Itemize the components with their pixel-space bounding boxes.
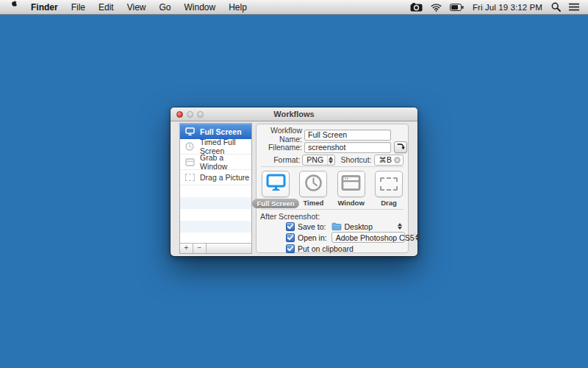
clock-icon bbox=[304, 174, 323, 195]
menu-finder-label: Finder bbox=[31, 2, 58, 13]
sidebar-item-full-screen[interactable]: Full Screen bbox=[180, 124, 251, 139]
sidebar-item-label: Full Screen bbox=[200, 127, 242, 136]
menu-finder[interactable]: Finder bbox=[24, 0, 65, 14]
format-popup[interactable]: PNG bbox=[302, 155, 334, 166]
workflows-window: Workflows Full Screen Timed Full Screen bbox=[171, 107, 417, 256]
mode-full-screen: Full Screen bbox=[259, 171, 292, 208]
clipboard-label: Put on clipboard bbox=[298, 244, 354, 253]
remove-workflow-button[interactable]: − bbox=[193, 244, 207, 253]
folder-icon bbox=[331, 222, 342, 230]
minimize-button[interactable] bbox=[187, 111, 193, 118]
window-icon bbox=[341, 174, 361, 194]
save-to-checkbox[interactable] bbox=[286, 222, 295, 231]
save-to-value[interactable]: Desktop bbox=[345, 222, 373, 231]
separator bbox=[261, 166, 404, 167]
zoom-button[interactable] bbox=[197, 111, 204, 118]
format-label: Format: bbox=[257, 155, 300, 164]
apple-icon bbox=[8, 1, 17, 13]
spotlight-icon[interactable] bbox=[550, 2, 562, 12]
menu-list-icon[interactable] bbox=[567, 3, 581, 11]
menu-edit-label: Edit bbox=[98, 2, 114, 13]
sidebar-item-label: Drag a Picture bbox=[200, 173, 249, 182]
camera-icon[interactable] bbox=[409, 3, 424, 12]
workflow-list: Full Screen Timed Full Screen Grab a Win… bbox=[179, 123, 252, 254]
sidebar-empty-rows bbox=[180, 185, 251, 243]
open-in-popup[interactable]: Adobe Photoshop CS5 bbox=[331, 232, 405, 243]
filename-label: Filename: bbox=[257, 143, 302, 152]
filename-token-button[interactable] bbox=[394, 141, 407, 153]
clock-icon bbox=[184, 142, 195, 151]
open-in-label: Open in: bbox=[298, 233, 327, 242]
window-icon bbox=[184, 158, 195, 166]
open-in-checkbox[interactable] bbox=[286, 233, 295, 242]
format-value: PNG bbox=[306, 155, 326, 164]
display-icon bbox=[184, 127, 195, 136]
wifi-icon[interactable] bbox=[429, 3, 443, 12]
menubar-clock[interactable]: Fri Jul 19 3:12 PM bbox=[470, 3, 545, 12]
menu-bar: Finder File Edit View Go Window Help Fri… bbox=[0, 0, 588, 15]
menu-view[interactable]: View bbox=[121, 0, 153, 14]
shortcut-label: Shortcut: bbox=[337, 155, 372, 164]
mode-timed: Timed bbox=[297, 171, 329, 208]
drag-mode-button[interactable] bbox=[375, 171, 403, 197]
save-to-label: Save to: bbox=[298, 222, 326, 231]
full-screen-mode-button[interactable] bbox=[262, 171, 290, 197]
battery-icon[interactable] bbox=[448, 4, 465, 11]
menu-file-label: File bbox=[71, 2, 85, 13]
menu-window[interactable]: Window bbox=[178, 0, 223, 14]
filename-input[interactable] bbox=[304, 142, 391, 153]
timed-mode-button[interactable] bbox=[299, 171, 327, 197]
close-button[interactable] bbox=[176, 111, 183, 118]
mode-label: Timed bbox=[303, 199, 323, 207]
sidebar-item-grab-a-window[interactable]: Grab a Window bbox=[180, 155, 251, 170]
save-to-stepper[interactable] bbox=[398, 223, 402, 230]
workflow-name-input[interactable] bbox=[304, 130, 391, 141]
sidebar-item-drag-a-picture[interactable]: Drag a Picture bbox=[180, 170, 251, 185]
clipboard-checkbox[interactable] bbox=[286, 244, 295, 253]
menu-go[interactable]: Go bbox=[153, 0, 178, 14]
mode-label: Window bbox=[337, 199, 364, 207]
script-arrow-icon bbox=[396, 141, 405, 154]
menu-file[interactable]: File bbox=[65, 0, 92, 14]
window-mode-button[interactable] bbox=[337, 171, 365, 197]
marquee-icon bbox=[380, 177, 398, 191]
menu-help-label: Help bbox=[229, 2, 247, 13]
popup-stepper-icon bbox=[415, 233, 420, 242]
sidebar-item-label: Grab a Window bbox=[200, 153, 251, 171]
apple-menu[interactable] bbox=[0, 0, 24, 14]
window-titlebar[interactable]: Workflows bbox=[171, 107, 417, 121]
display-icon bbox=[266, 174, 286, 195]
shortcut-field[interactable]: ⌘B bbox=[374, 155, 404, 166]
mode-drag: Drag bbox=[373, 171, 405, 208]
sidebar-footer: + − bbox=[180, 243, 251, 253]
add-workflow-button[interactable]: + bbox=[180, 244, 193, 253]
open-in-value: Adobe Photoshop CS5 bbox=[336, 233, 415, 242]
separator bbox=[261, 209, 404, 210]
after-screenshot-heading: After Screenshot: bbox=[260, 212, 320, 221]
desktop-wallpaper: Finder File Edit View Go Window Help Fri… bbox=[0, 0, 588, 368]
menu-window-label: Window bbox=[184, 2, 216, 13]
window-title: Workflows bbox=[273, 110, 314, 118]
shortcut-value: ⌘B bbox=[379, 155, 392, 164]
mode-label: Full Screen bbox=[252, 199, 298, 208]
marquee-icon bbox=[184, 173, 195, 182]
menu-edit[interactable]: Edit bbox=[92, 0, 121, 14]
clear-shortcut-icon[interactable] bbox=[394, 157, 401, 163]
menu-help[interactable]: Help bbox=[222, 0, 254, 14]
menu-go-label: Go bbox=[159, 2, 171, 13]
popup-stepper-icon bbox=[327, 155, 334, 165]
mode-window: Window bbox=[335, 171, 368, 208]
sidebar-item-timed-full-screen[interactable]: Timed Full Screen bbox=[180, 139, 251, 155]
menu-view-label: View bbox=[127, 2, 146, 13]
mode-label: Drag bbox=[381, 199, 397, 207]
workflow-detail-panel: Workflow Name: Filename: Format: PNG Sho… bbox=[256, 124, 409, 253]
